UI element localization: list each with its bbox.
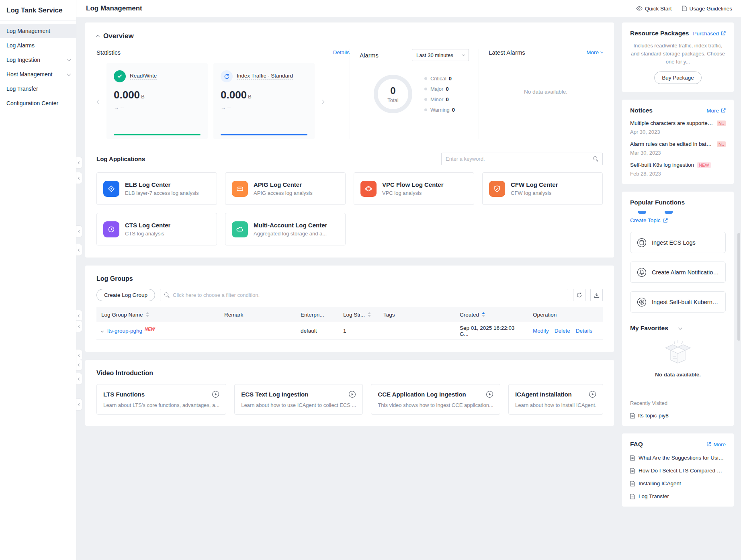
panel-collapse-handle[interactable] (76, 320, 82, 332)
sidebar-item-log-ingestion[interactable]: Log Ingestion (0, 53, 76, 67)
column-enterprise: Enterpri... (296, 312, 338, 318)
document-icon (630, 494, 635, 499)
search-icon (164, 292, 170, 298)
sidebar-item-label: Host Management (6, 71, 52, 78)
applications-search-box (441, 153, 603, 165)
panel-collapse-handle[interactable] (76, 359, 82, 371)
ingest-ecs-logs-button[interactable]: Ingest ECS Logs (630, 232, 726, 253)
create-topic-link[interactable]: Create Topic (630, 217, 726, 223)
notice-link[interactable]: Multiple characters are supported for c.… (630, 120, 714, 126)
play-icon[interactable] (212, 390, 219, 398)
sidebar-item-log-management[interactable]: Log Management (0, 24, 76, 38)
traffic-icon (221, 70, 233, 82)
panel-collapse-handle[interactable] (76, 157, 82, 169)
overview-collapse-toggle[interactable]: Overview (96, 32, 603, 40)
video-card-ecs-text-log[interactable]: ECS Text Log Ingestion Learn about how t… (234, 384, 363, 415)
notice-link[interactable]: Self-built K8s log ingestion (630, 162, 694, 168)
panel-collapse-handle[interactable] (76, 373, 82, 385)
app-root: Log Tank Service Log Management Log Alar… (0, 0, 741, 560)
play-icon[interactable] (486, 390, 493, 398)
app-card-multi-account[interactable]: Multi-Account Log CenterAggregated log s… (225, 213, 346, 245)
panel-scrollbar[interactable] (737, 233, 740, 341)
stat-trend: → -- (114, 104, 201, 110)
external-link-icon (721, 108, 726, 113)
panel-collapse-handle[interactable] (76, 244, 82, 256)
notices-card: Notices More Multiple characters are sup… (622, 100, 734, 184)
legend-item-major: Major0 (424, 86, 455, 92)
stat-card-index-traffic[interactable]: Index Traffic - Standard 0.000B → -- (213, 63, 315, 139)
log-group-name-link[interactable]: lts-group-pghg (107, 328, 142, 334)
app-card-cfw[interactable]: CFW Log CenterCFW log analysis (482, 172, 603, 205)
play-icon[interactable] (348, 390, 356, 398)
panel-collapse-handle[interactable] (76, 399, 82, 411)
sidebar-item-log-alarms[interactable]: Log Alarms (0, 38, 76, 53)
sort-icon[interactable] (146, 312, 149, 317)
app-card-cts[interactable]: CTS Log CenterCTS log analysis (96, 213, 217, 245)
alarms-donut-chart: 0 Total Critical0 Major0 Minor0 Warning0 (360, 75, 469, 113)
external-link-icon (663, 218, 668, 223)
chevron-left-icon (78, 363, 80, 366)
create-log-group-button[interactable]: Create Log Group (96, 289, 155, 301)
usage-guidelines-link[interactable]: Usage Guidelines (682, 6, 732, 12)
sidebar-item-host-management[interactable]: Host Management (0, 67, 76, 82)
chevron-down-icon[interactable] (678, 326, 682, 330)
video-introduction-title: Video Introduction (96, 370, 603, 377)
applications-search-input[interactable] (446, 156, 593, 162)
app-card-vpc[interactable]: VPC Flow Log CenterVPC log analysis (354, 172, 474, 205)
video-card-cce-app-log[interactable]: CCE Application Log Ingestion This video… (371, 384, 500, 415)
column-log-streams[interactable]: Log Str... (338, 312, 379, 318)
notice-link[interactable]: Alarm rules can be edited in batches a..… (630, 141, 714, 147)
modify-link[interactable]: Modify (533, 328, 549, 334)
details-link[interactable]: Details (576, 328, 592, 334)
carousel-left-arrow[interactable] (96, 96, 101, 107)
quick-start-link[interactable]: Quick Start (636, 6, 672, 12)
app-card-elb[interactable]: ELB Log CenterELB layer-7 access log ana… (96, 172, 217, 205)
latest-alarms-more-link[interactable]: More (586, 49, 603, 55)
empty-box-illustration (658, 339, 698, 367)
content-area: Overview Statistics Details (76, 17, 741, 560)
time-range-select[interactable]: Last 30 minutes (412, 49, 469, 61)
play-icon[interactable] (589, 390, 596, 398)
faq-more-link[interactable]: More (706, 441, 726, 448)
statistics-details-link[interactable]: Details (333, 49, 350, 55)
page-title: Log Management (86, 4, 142, 12)
chevron-left-icon (78, 377, 80, 380)
resource-packages-title: Resource Packages (630, 30, 689, 37)
faq-item[interactable]: How Do I Select LTS Compared with Self..… (630, 468, 726, 474)
video-card-lts-functions[interactable]: LTS Functions Learn about LTS's core fun… (96, 384, 226, 415)
cell-operation: Modify Delete Details (528, 328, 603, 334)
delete-link[interactable]: Delete (555, 328, 570, 334)
export-button[interactable] (590, 289, 603, 301)
column-log-group-name[interactable]: Log Group Name (96, 312, 219, 318)
faq-item[interactable]: Log Transfer (630, 493, 726, 499)
search-icon[interactable] (593, 156, 598, 161)
create-alarm-notification-button[interactable]: Create Alarm Notification ... (630, 262, 726, 283)
sidebar-item-log-transfer[interactable]: Log Transfer (0, 82, 76, 96)
faq-item[interactable]: Installing ICAgent (630, 480, 726, 486)
sort-icon-active[interactable] (482, 312, 485, 317)
recently-visited-item[interactable]: lts-topic-piy8 (630, 413, 726, 419)
ingest-kubernetes-logs-button[interactable]: Ingest Self-built Kubernet... (630, 291, 726, 313)
video-card-icagent-install[interactable]: ICAgent Installation Learn about how to … (508, 384, 603, 415)
alarms-total-label: Total (387, 97, 398, 103)
sidebar-item-configuration-center[interactable]: Configuration Center (0, 96, 76, 110)
panel-collapse-handle[interactable] (76, 225, 82, 237)
column-created[interactable]: Created (455, 312, 528, 318)
buy-package-button[interactable]: Buy Package (654, 72, 702, 84)
statistics-section: Statistics Details Read/Write (96, 49, 350, 139)
faq-item[interactable]: What Are the Suggestions for Using LTS? (630, 455, 726, 461)
stat-trend: → -- (221, 104, 307, 110)
row-expand-toggle[interactable] (101, 328, 103, 334)
chevron-left-icon (78, 403, 80, 406)
carousel-right-arrow[interactable] (320, 96, 325, 107)
notices-more-link[interactable]: More (706, 108, 726, 114)
filter-input[interactable] (173, 292, 564, 298)
my-favorites-empty-text: No data available. (630, 372, 726, 378)
main-wrap: Log Management Quick Start Usage Guideli… (76, 0, 741, 560)
app-card-apig[interactable]: APIG Log CenterAPIG access log analysis (225, 172, 346, 205)
sort-icon[interactable] (368, 312, 371, 317)
panel-collapse-handle[interactable] (76, 172, 82, 184)
stat-card-read-write[interactable]: Read/Write 0.000B → -- (106, 63, 208, 139)
refresh-button[interactable] (573, 289, 585, 301)
purchased-link[interactable]: Purchased (693, 31, 726, 37)
